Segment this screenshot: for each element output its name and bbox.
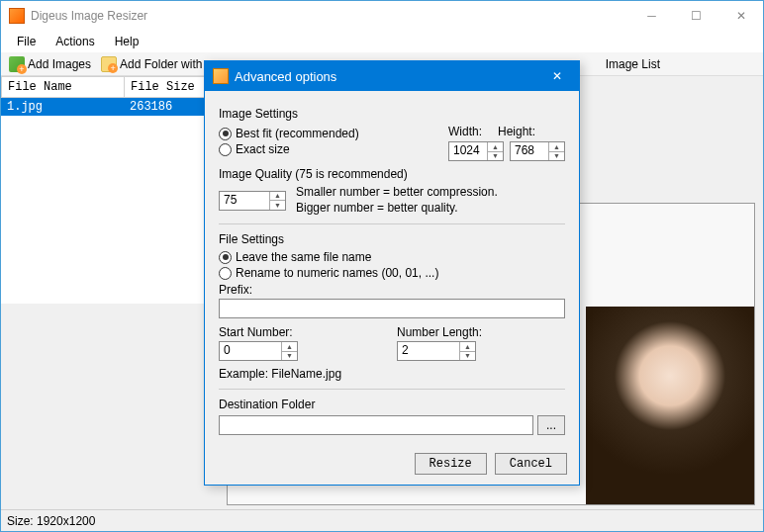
start-number-spinner[interactable]: 0 ▲▼ [219,341,298,361]
spinner-arrows-icon[interactable]: ▲▼ [459,342,475,360]
browse-button[interactable]: ... [537,415,565,435]
spinner-arrows-icon[interactable]: ▲▼ [281,342,297,360]
radio-icon [219,128,232,140]
leave-same-label: Leave the same file name [236,250,371,264]
spinner-arrows-icon[interactable]: ▲▼ [487,142,503,160]
rename-numeric-radio[interactable]: Rename to numeric names (00, 01, ...) [219,266,565,280]
destination-input[interactable] [219,415,533,435]
status-size: Size: 1920x1200 [7,514,95,528]
prefix-label: Prefix: [219,283,565,297]
number-length-value: 2 [398,342,459,360]
example-label: Example: FileName.jpg [219,367,565,381]
dialog-icon [213,68,229,84]
menu-file[interactable]: File [9,33,44,50]
menubar: File Actions Help [1,31,763,52]
minimize-button[interactable]: ─ [629,1,674,31]
maximize-button[interactable]: ☐ [674,1,718,31]
quality-hint-1: Smaller number = better compression. [296,185,498,201]
height-value: 768 [511,142,548,160]
start-number-label: Start Number: [219,325,387,339]
add-images-icon [9,56,25,72]
add-images-button[interactable]: Add Images [5,55,95,73]
add-folder-label: Add Folder with [120,57,202,71]
spinner-arrows-icon[interactable]: ▲▼ [269,192,285,210]
add-images-label: Add Images [28,57,91,71]
height-label: Height: [498,125,535,138]
resize-button[interactable]: Resize [415,453,487,475]
menu-help[interactable]: Help [107,33,147,50]
spinner-arrows-icon[interactable]: ▲▼ [548,142,564,160]
width-spinner[interactable]: 1024 ▲▼ [448,141,504,161]
dialog-buttons: Resize Cancel [205,445,579,485]
leave-same-radio[interactable]: Leave the same file name [219,250,565,264]
list-empty-area [1,304,219,509]
width-value: 1024 [449,142,487,160]
close-button[interactable]: ✕ [718,1,763,31]
col-file-name[interactable]: File Name [2,77,125,97]
table-row[interactable]: 1.jpg 263186 [1,98,219,116]
dialog-body: Image Settings Best fit (recommended) Ex… [205,91,579,445]
cancel-button[interactable]: Cancel [495,453,567,475]
exact-size-label: Exact size [236,142,290,156]
width-label: Width: [448,125,482,138]
separator [219,389,565,390]
height-spinner[interactable]: 768 ▲▼ [510,141,565,161]
quality-hint: Smaller number = better compression. Big… [296,185,498,216]
titlebar: Digeus Image Resizer ─ ☐ ✕ [1,1,763,31]
preview-image [586,307,754,504]
destination-label: Destination Folder [219,398,565,411]
add-folder-button[interactable]: Add Folder with [97,55,206,73]
quality-spinner[interactable]: 75 ▲▼ [219,191,286,211]
prefix-input[interactable] [219,299,565,318]
best-fit-label: Best fit (recommended) [236,127,359,140]
radio-icon [219,143,232,156]
exact-size-radio[interactable]: Exact size [219,142,430,156]
image-quality-label: Image Quality (75 is recommended) [219,167,565,181]
image-settings-label: Image Settings [219,107,565,121]
start-number-value: 0 [220,342,281,360]
file-list-panel: File Name File Size 1.jpg 263186 [1,76,219,509]
image-list-label: Image List [606,57,660,71]
menu-actions[interactable]: Actions [48,33,102,50]
separator [219,223,565,224]
quality-value: 75 [220,192,269,210]
number-length-spinner[interactable]: 2 ▲▼ [397,341,476,361]
number-length-label: Number Length: [397,325,565,339]
table-header: File Name File Size [1,76,219,98]
app-icon [9,8,25,24]
best-fit-radio[interactable]: Best fit (recommended) [219,127,430,140]
statusbar: Size: 1920x1200 [1,509,763,531]
dialog-titlebar[interactable]: Advanced options ✕ [205,61,579,91]
dialog-title: Advanced options [235,69,535,84]
add-folder-icon [101,56,117,72]
advanced-options-dialog: Advanced options ✕ Image Settings Best f… [204,60,580,486]
cell-file-name: 1.jpg [1,98,124,116]
dialog-close-button[interactable]: ✕ [535,61,579,91]
radio-icon [219,267,232,280]
table-body: 1.jpg 263186 [1,98,219,304]
rename-numeric-label: Rename to numeric names (00, 01, ...) [236,266,438,280]
radio-icon [219,251,232,264]
quality-hint-2: Bigger number = better quality. [296,201,498,217]
file-settings-label: File Settings [219,232,565,246]
window-title: Digeus Image Resizer [31,9,629,23]
